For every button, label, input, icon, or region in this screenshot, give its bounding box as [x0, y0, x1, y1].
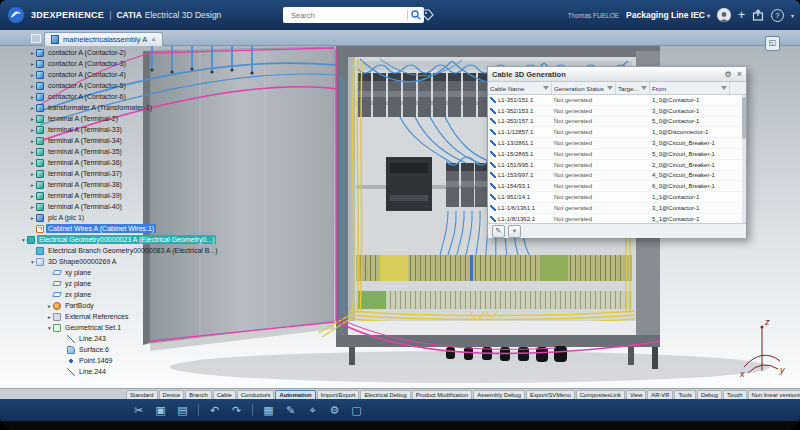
tree-item[interactable]: ▾ 3D Shape00000269 A	[20, 256, 270, 267]
help-button[interactable]: ?	[771, 9, 784, 22]
tree-item[interactable]: Surface.6	[20, 344, 270, 355]
tree-item[interactable]: ▸ terminal A (Terminal-34)	[20, 135, 270, 146]
tree-item[interactable]: Electrical Branch Geometry00000083 A (El…	[20, 245, 270, 256]
add-content-button[interactable]: +	[738, 9, 745, 21]
tree-item[interactable]: ▸ contactor A (Contactor-4)	[20, 69, 270, 80]
tree-item[interactable]: ▸ terminal A (Terminal-37)	[20, 168, 270, 179]
column-header[interactable]: From	[650, 82, 730, 94]
search-icon[interactable]	[411, 10, 421, 20]
tree-expand-icon[interactable]: ▸	[29, 160, 36, 166]
gear-icon[interactable]: ⚙	[725, 70, 732, 79]
print-icon[interactable]: ▦	[262, 403, 275, 417]
panel-title-bar[interactable]: Cable 3D Generation ⚙ ×	[488, 67, 746, 82]
tree-item[interactable]: xy plane	[20, 267, 270, 278]
tree-item[interactable]: ▸ contactor A (Contactor-3)	[20, 58, 270, 69]
tree-expand-icon[interactable]: ▸	[29, 127, 36, 133]
scrollbar-thumb[interactable]	[742, 97, 746, 139]
column-header[interactable]: Cable Name	[488, 82, 552, 94]
column-header[interactable]: Targe...	[616, 82, 650, 94]
tree-item[interactable]: ▸ contactor A (Contactor-6)	[20, 91, 270, 102]
tree-item[interactable]: ▸ contactor A (Contactor-2)	[20, 47, 270, 58]
tree-item[interactable]: yz plane	[20, 278, 270, 289]
cable-table-row[interactable]: L1-15/2865.1 Not generated 5_0@Circuit_B…	[488, 149, 746, 160]
tree-expand-icon[interactable]: ▸	[29, 116, 36, 122]
tree-expand-icon[interactable]: ▸	[29, 83, 36, 89]
tree-item[interactable]: ▸ terminal A (Terminal-38)	[20, 179, 270, 190]
close-icon[interactable]: ×	[151, 36, 156, 44]
tree-expand-icon[interactable]: ▸	[46, 314, 53, 320]
maximize-viewport-icon[interactable]: ◱	[765, 36, 780, 51]
tree-expand-icon[interactable]: ▸	[29, 182, 36, 188]
edit-cables-button[interactable]: ✎	[492, 225, 505, 238]
undo-icon[interactable]: ↶	[208, 403, 221, 417]
tree-expand-icon[interactable]: ▸	[29, 61, 36, 67]
cable-table-row[interactable]: L1-353/157.1 Not generated 5_0@Contactor…	[488, 117, 746, 128]
filter-funnel-icon[interactable]	[607, 86, 613, 90]
tree-expand-icon[interactable]: ▸	[29, 105, 36, 111]
column-header[interactable]: Generation Status	[552, 82, 616, 94]
screen-icon[interactable]: ▢	[350, 403, 363, 417]
tree-item[interactable]: zx plane	[20, 289, 270, 300]
settings-icon[interactable]: ⚙	[328, 403, 341, 417]
tree-item[interactable]: ▸ terminal A (Terminal-2)	[20, 113, 270, 124]
share-icon[interactable]	[752, 9, 764, 21]
locate-cables-button[interactable]: ⌖	[508, 225, 521, 238]
3dexperience-compass-logo[interactable]	[7, 6, 25, 24]
avatar[interactable]	[717, 8, 731, 22]
tree-item[interactable]: Point.1469	[20, 355, 270, 366]
cable-table-row[interactable]: L1-352/153.1 Not generated 3_0@Contactor…	[488, 106, 746, 117]
tree-item[interactable]: ▸ terminal A (Terminal-40)	[20, 201, 270, 212]
tree-expand-icon[interactable]: ▸	[29, 171, 36, 177]
tree-item[interactable]: ▸ transformater A (Transformater-1)	[20, 102, 270, 113]
filter-funnel-icon[interactable]	[721, 86, 727, 90]
tree-expand-icon[interactable]: ▸	[29, 204, 36, 210]
tree-item[interactable]: ▸ terminal A (Terminal-33)	[20, 124, 270, 135]
workspace-selector[interactable]: Packaging Line IEC ▾	[626, 10, 710, 20]
tree-item[interactable]: ▸ terminal A (Terminal-36)	[20, 157, 270, 168]
redo-icon[interactable]: ↷	[230, 403, 243, 417]
document-tab[interactable]: mainelectricalassembly A ×	[44, 32, 163, 46]
tree-expand-icon[interactable]: ▸	[29, 50, 36, 56]
close-icon[interactable]: ×	[737, 70, 742, 79]
tree-expand-icon[interactable]: ▾	[46, 325, 53, 331]
tree-expand-icon[interactable]: ▸	[29, 94, 36, 100]
tree-item[interactable]: ▸ terminal A (Terminal-35)	[20, 146, 270, 157]
tree-expand-icon[interactable]: ▾	[29, 259, 36, 265]
tree-item[interactable]: ▸ terminal A (Terminal-39)	[20, 190, 270, 201]
tree-item[interactable]: ▸ External References	[20, 311, 270, 322]
tree-item[interactable]: ▸ contactor A (Contactor-5)	[20, 80, 270, 91]
target-icon[interactable]: ⌖	[306, 403, 319, 417]
cable-table-row[interactable]: L1-154/93.1 Not generated 6_0@Circuit_Br…	[488, 181, 746, 192]
tree-item[interactable]: Cabinet Wires A (Cabinet Wires.1)	[20, 223, 270, 234]
overflow-chevron-icon[interactable]: ▾	[791, 12, 794, 19]
filter-funnel-icon[interactable]	[543, 86, 549, 90]
cut-icon[interactable]: ✂	[132, 403, 145, 417]
tree-expand-icon[interactable]: ▸	[46, 303, 53, 309]
copy-icon[interactable]: ▣	[154, 403, 167, 417]
tags-icon[interactable]	[421, 8, 435, 22]
filter-funnel-icon[interactable]	[641, 86, 647, 90]
cable-table-row[interactable]: L1-151/995.1 Not generated 2_0@Circuit_B…	[488, 160, 746, 171]
cable-table-row[interactable]: L1-951/14.1 Not generated 1_1@Contactor-…	[488, 192, 746, 203]
pencil-icon[interactable]: ✎	[284, 403, 297, 417]
tree-item[interactable]: ▸ PartBody	[20, 300, 270, 311]
tree-item[interactable]: ▾ Electrical Geometry00000023 A (Electri…	[20, 234, 270, 245]
tree-item[interactable]: ▾ Geometrical Set.1	[20, 322, 270, 333]
cable-table-row[interactable]: L1-1/12857.1 Not generated 1_0@Disconnec…	[488, 127, 746, 138]
paste-icon[interactable]: ▤	[176, 403, 189, 417]
tree-expand-icon[interactable]: ▸	[29, 72, 36, 78]
tree-expand-icon[interactable]: ▸	[29, 138, 36, 144]
panel-scrollbar[interactable]	[742, 95, 746, 223]
cable-table-row[interactable]: L1-1/6/1361.1 Not generated 3_1@Contacto…	[488, 203, 746, 214]
tree-expand-icon[interactable]: ▸	[29, 193, 36, 199]
search-box[interactable]	[283, 7, 424, 23]
window-icon[interactable]	[31, 34, 41, 43]
cable-table-row[interactable]: L1-1/8/1362.1 Not generated 5_1@Contacto…	[488, 214, 746, 223]
cable-table-row[interactable]: L1-351/151.1 Not generated 1_0@Contactor…	[488, 95, 746, 106]
tree-item[interactable]: ▸ plc A (plc 1)	[20, 212, 270, 223]
tree-item[interactable]: Line.243	[20, 333, 270, 344]
tree-expand-icon[interactable]: ▸	[29, 215, 36, 221]
cable-table-row[interactable]: L1-153/997.1 Not generated 4_0@Circuit_B…	[488, 171, 746, 182]
tree-expand-icon[interactable]: ▾	[20, 237, 27, 243]
tree-item[interactable]: Line.244	[20, 366, 270, 377]
